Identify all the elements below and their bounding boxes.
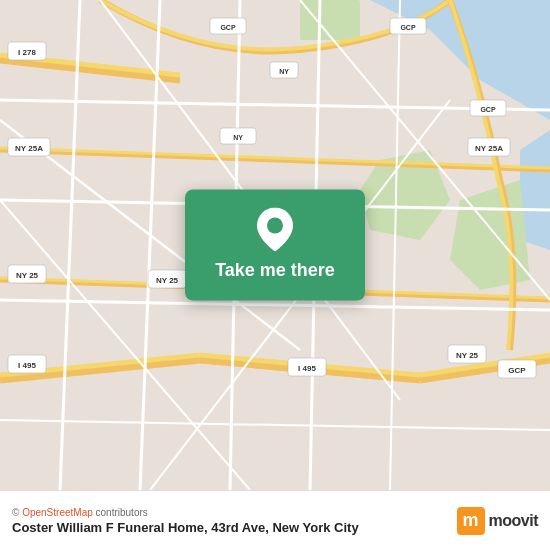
bottom-bar: © OpenStreetMap contributors Coster Will… bbox=[0, 490, 550, 550]
svg-text:NY: NY bbox=[279, 68, 289, 75]
svg-text:NY 25: NY 25 bbox=[456, 351, 479, 360]
svg-point-61 bbox=[267, 218, 283, 234]
svg-text:NY 25: NY 25 bbox=[156, 276, 179, 285]
svg-text:GCP: GCP bbox=[480, 106, 496, 113]
svg-text:GCP: GCP bbox=[220, 24, 236, 31]
osm-link[interactable]: OpenStreetMap bbox=[22, 507, 93, 518]
svg-text:I 278: I 278 bbox=[18, 48, 36, 57]
contributors-text: contributors bbox=[96, 507, 148, 518]
svg-rect-5 bbox=[300, 0, 360, 40]
bottom-left-info: © OpenStreetMap contributors Coster Will… bbox=[12, 507, 359, 535]
copyright-symbol: © bbox=[12, 507, 19, 518]
cta-label: Take me there bbox=[215, 260, 335, 281]
svg-text:GCP: GCP bbox=[508, 366, 526, 375]
moovit-icon: m bbox=[457, 507, 485, 535]
svg-text:NY 25A: NY 25A bbox=[15, 144, 43, 153]
moovit-text: moovit bbox=[489, 512, 538, 530]
svg-text:I 495: I 495 bbox=[18, 361, 36, 370]
take-me-there-button[interactable]: Take me there bbox=[185, 190, 365, 301]
svg-text:I 495: I 495 bbox=[298, 364, 316, 373]
osm-credit: © OpenStreetMap contributors bbox=[12, 507, 359, 518]
svg-text:NY: NY bbox=[233, 134, 243, 141]
location-name: Coster William F Funeral Home, 43rd Ave,… bbox=[12, 520, 359, 535]
map-container: I 278 GCP GCP GCP NY 25A NY NY 25A NY 25… bbox=[0, 0, 550, 490]
svg-text:NY 25: NY 25 bbox=[16, 271, 39, 280]
moovit-logo: m moovit bbox=[457, 507, 538, 535]
location-pin-icon bbox=[255, 210, 295, 250]
svg-text:NY 25A: NY 25A bbox=[475, 144, 503, 153]
svg-text:GCP: GCP bbox=[400, 24, 416, 31]
